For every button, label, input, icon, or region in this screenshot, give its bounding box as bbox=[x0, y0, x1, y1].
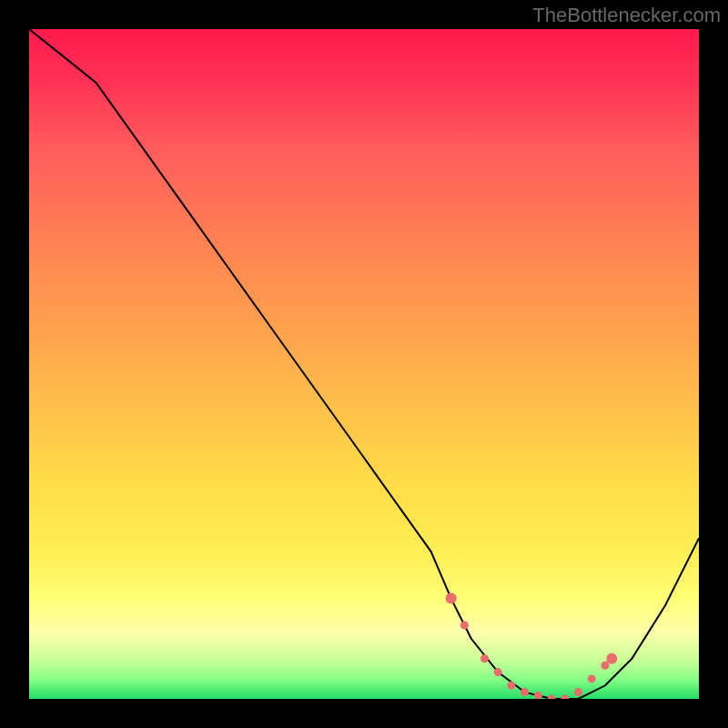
plot-area bbox=[29, 29, 699, 699]
highlight-dot bbox=[507, 682, 515, 690]
highlight-dot bbox=[446, 593, 457, 604]
marker-layer bbox=[446, 593, 618, 699]
watermark-text: TheBottlenecker.com bbox=[532, 4, 721, 27]
bottleneck-curve bbox=[29, 29, 699, 699]
frame-right bbox=[699, 0, 728, 728]
frame-left bbox=[0, 0, 29, 728]
chart-svg bbox=[29, 29, 699, 699]
highlight-dot bbox=[574, 688, 582, 696]
highlight-dot bbox=[480, 654, 489, 662]
highlight-dot bbox=[521, 688, 529, 696]
frame-bottom bbox=[0, 699, 728, 728]
highlight-dot bbox=[460, 622, 469, 630]
highlight-dot bbox=[494, 668, 502, 676]
highlight-dot bbox=[588, 674, 596, 682]
curve-layer bbox=[29, 29, 699, 699]
highlight-dot bbox=[606, 653, 617, 664]
highlight-dot bbox=[534, 692, 542, 699]
